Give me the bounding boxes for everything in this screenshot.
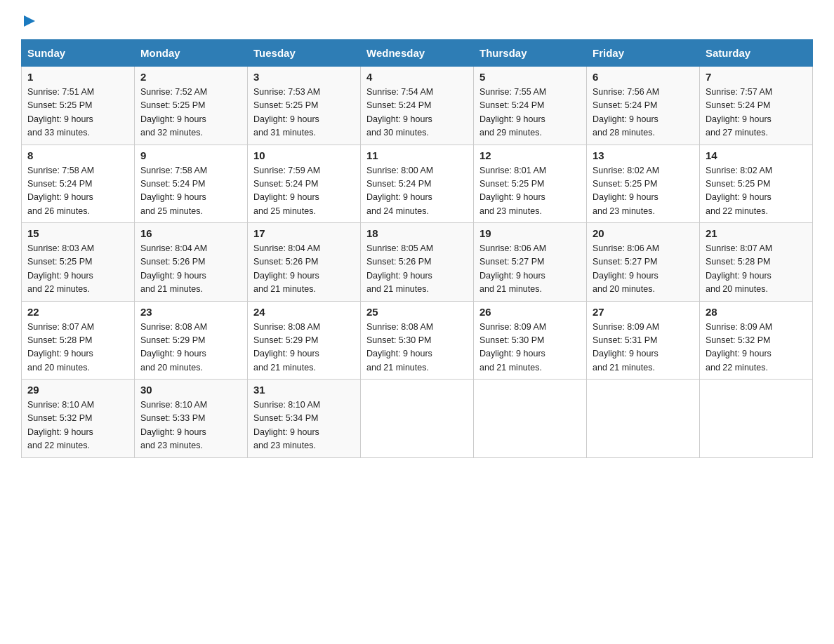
day-number: 14 [706, 149, 807, 161]
week-row-3: 15 Sunrise: 8:03 AMSunset: 5:25 PMDaylig… [22, 223, 813, 302]
day-number: 21 [706, 227, 807, 239]
day-cell: 18 Sunrise: 8:05 AMSunset: 5:26 PMDaylig… [361, 223, 474, 302]
day-cell: 29 Sunrise: 8:10 AMSunset: 5:32 PMDaylig… [22, 380, 135, 458]
day-info: Sunrise: 8:06 AMSunset: 5:27 PMDaylight:… [479, 243, 546, 294]
header-cell-saturday: Saturday [700, 40, 813, 67]
week-row-4: 22 Sunrise: 8:07 AMSunset: 5:28 PMDaylig… [22, 301, 813, 380]
day-info: Sunrise: 8:10 AMSunset: 5:33 PMDaylight:… [140, 400, 207, 450]
day-cell [361, 380, 474, 458]
day-info: Sunrise: 8:01 AMSunset: 5:25 PMDaylight:… [479, 166, 546, 216]
day-info: Sunrise: 7:57 AMSunset: 5:24 PMDaylight:… [706, 87, 772, 137]
day-cell: 5 Sunrise: 7:55 AMSunset: 5:24 PMDayligh… [474, 67, 587, 145]
svg-marker-0 [24, 15, 35, 27]
day-number: 26 [479, 306, 581, 318]
day-number: 18 [366, 227, 468, 239]
day-info: Sunrise: 8:00 AMSunset: 5:24 PMDaylight:… [366, 166, 433, 216]
day-cell: 16 Sunrise: 8:04 AMSunset: 5:26 PMDaylig… [135, 223, 248, 302]
day-cell: 7 Sunrise: 7:57 AMSunset: 5:24 PMDayligh… [700, 67, 813, 145]
day-info: Sunrise: 8:08 AMSunset: 5:30 PMDaylight:… [366, 322, 433, 373]
day-info: Sunrise: 7:52 AMSunset: 5:25 PMDaylight:… [140, 87, 207, 137]
week-row-1: 1 Sunrise: 7:51 AMSunset: 5:25 PMDayligh… [22, 67, 813, 145]
day-cell: 8 Sunrise: 7:58 AMSunset: 5:24 PMDayligh… [22, 145, 135, 223]
day-number: 4 [366, 71, 468, 83]
day-number: 5 [479, 71, 581, 83]
day-info: Sunrise: 8:04 AMSunset: 5:26 PMDaylight:… [253, 243, 320, 294]
day-info: Sunrise: 8:07 AMSunset: 5:28 PMDaylight:… [706, 243, 772, 294]
header-cell-wednesday: Wednesday [361, 40, 474, 67]
day-cell: 14 Sunrise: 8:02 AMSunset: 5:25 PMDaylig… [700, 145, 813, 223]
day-number: 24 [253, 306, 355, 318]
day-number: 1 [27, 71, 128, 83]
day-cell: 20 Sunrise: 8:06 AMSunset: 5:27 PMDaylig… [587, 223, 700, 302]
week-row-5: 29 Sunrise: 8:10 AMSunset: 5:32 PMDaylig… [22, 380, 813, 458]
day-number: 13 [593, 149, 694, 161]
day-info: Sunrise: 8:10 AMSunset: 5:32 PMDaylight:… [27, 400, 94, 450]
day-number: 28 [706, 306, 807, 318]
day-cell: 23 Sunrise: 8:08 AMSunset: 5:29 PMDaylig… [135, 301, 248, 380]
day-info: Sunrise: 7:58 AMSunset: 5:24 PMDaylight:… [27, 166, 94, 216]
day-number: 8 [27, 149, 128, 161]
day-number: 9 [140, 149, 241, 161]
day-number: 11 [366, 149, 468, 161]
day-info: Sunrise: 8:02 AMSunset: 5:25 PMDaylight:… [593, 166, 659, 216]
day-info: Sunrise: 8:03 AMSunset: 5:25 PMDaylight:… [27, 243, 94, 294]
week-row-2: 8 Sunrise: 7:58 AMSunset: 5:24 PMDayligh… [22, 145, 813, 223]
day-info: Sunrise: 8:02 AMSunset: 5:25 PMDaylight:… [706, 166, 772, 216]
day-cell: 13 Sunrise: 8:02 AMSunset: 5:25 PMDaylig… [587, 145, 700, 223]
day-cell: 4 Sunrise: 7:54 AMSunset: 5:24 PMDayligh… [361, 67, 474, 145]
day-number: 27 [593, 306, 694, 318]
day-cell: 26 Sunrise: 8:09 AMSunset: 5:30 PMDaylig… [474, 301, 587, 380]
day-cell: 27 Sunrise: 8:09 AMSunset: 5:31 PMDaylig… [587, 301, 700, 380]
calendar-body: 1 Sunrise: 7:51 AMSunset: 5:25 PMDayligh… [22, 67, 813, 458]
day-number: 23 [140, 306, 241, 318]
day-info: Sunrise: 8:08 AMSunset: 5:29 PMDaylight:… [140, 322, 207, 373]
logo [21, 14, 37, 28]
day-number: 3 [253, 71, 355, 83]
day-cell: 21 Sunrise: 8:07 AMSunset: 5:28 PMDaylig… [700, 223, 813, 302]
day-number: 20 [593, 227, 694, 239]
day-cell: 28 Sunrise: 8:09 AMSunset: 5:32 PMDaylig… [700, 301, 813, 380]
day-info: Sunrise: 8:09 AMSunset: 5:31 PMDaylight:… [593, 322, 659, 373]
day-number: 29 [27, 384, 128, 396]
day-info: Sunrise: 7:51 AMSunset: 5:25 PMDaylight:… [27, 87, 94, 137]
day-info: Sunrise: 7:58 AMSunset: 5:24 PMDaylight:… [140, 166, 207, 216]
day-cell: 15 Sunrise: 8:03 AMSunset: 5:25 PMDaylig… [22, 223, 135, 302]
day-number: 2 [140, 71, 241, 83]
day-number: 30 [140, 384, 241, 396]
day-cell: 10 Sunrise: 7:59 AMSunset: 5:24 PMDaylig… [248, 145, 361, 223]
header-cell-sunday: Sunday [22, 40, 135, 67]
header-cell-thursday: Thursday [474, 40, 587, 67]
day-info: Sunrise: 8:10 AMSunset: 5:34 PMDaylight:… [253, 400, 320, 450]
day-info: Sunrise: 7:54 AMSunset: 5:24 PMDaylight:… [366, 87, 433, 137]
calendar-table: SundayMondayTuesdayWednesdayThursdayFrid… [21, 39, 813, 458]
day-cell: 3 Sunrise: 7:53 AMSunset: 5:25 PMDayligh… [248, 67, 361, 145]
day-cell: 6 Sunrise: 7:56 AMSunset: 5:24 PMDayligh… [587, 67, 700, 145]
day-cell [474, 380, 587, 458]
day-number: 22 [27, 306, 128, 318]
day-number: 31 [253, 384, 355, 396]
day-info: Sunrise: 7:56 AMSunset: 5:24 PMDaylight:… [593, 87, 659, 137]
day-cell: 17 Sunrise: 8:04 AMSunset: 5:26 PMDaylig… [248, 223, 361, 302]
header-cell-monday: Monday [135, 40, 248, 67]
day-cell: 22 Sunrise: 8:07 AMSunset: 5:28 PMDaylig… [22, 301, 135, 380]
day-cell: 11 Sunrise: 8:00 AMSunset: 5:24 PMDaylig… [361, 145, 474, 223]
day-cell [700, 380, 813, 458]
day-cell: 25 Sunrise: 8:08 AMSunset: 5:30 PMDaylig… [361, 301, 474, 380]
day-cell: 30 Sunrise: 8:10 AMSunset: 5:33 PMDaylig… [135, 380, 248, 458]
day-number: 19 [479, 227, 581, 239]
day-info: Sunrise: 8:07 AMSunset: 5:28 PMDaylight:… [27, 322, 94, 373]
page-header [21, 14, 813, 28]
day-number: 7 [706, 71, 807, 83]
day-info: Sunrise: 7:59 AMSunset: 5:24 PMDaylight:… [253, 166, 320, 216]
day-info: Sunrise: 8:09 AMSunset: 5:32 PMDaylight:… [706, 322, 772, 373]
logo-arrow-icon [22, 14, 37, 28]
day-info: Sunrise: 8:04 AMSunset: 5:26 PMDaylight:… [140, 243, 207, 294]
day-cell: 9 Sunrise: 7:58 AMSunset: 5:24 PMDayligh… [135, 145, 248, 223]
calendar-header: SundayMondayTuesdayWednesdayThursdayFrid… [22, 40, 813, 67]
header-row: SundayMondayTuesdayWednesdayThursdayFrid… [22, 40, 813, 67]
header-cell-tuesday: Tuesday [248, 40, 361, 67]
day-cell: 2 Sunrise: 7:52 AMSunset: 5:25 PMDayligh… [135, 67, 248, 145]
day-info: Sunrise: 8:08 AMSunset: 5:29 PMDaylight:… [253, 322, 320, 373]
day-info: Sunrise: 7:53 AMSunset: 5:25 PMDaylight:… [253, 87, 320, 137]
day-info: Sunrise: 7:55 AMSunset: 5:24 PMDaylight:… [479, 87, 546, 137]
